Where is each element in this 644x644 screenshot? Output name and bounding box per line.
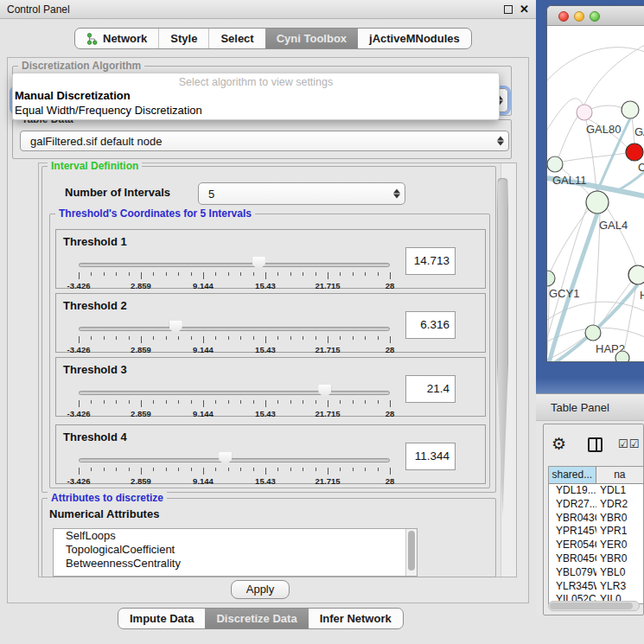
threshold-1-label: Threshold 1 (63, 235, 127, 248)
list-scrollbar[interactable] (405, 529, 417, 576)
cell-name[interactable]: YLR3 (596, 580, 643, 594)
table-row[interactable]: YER054CYER0 (549, 539, 643, 552)
list-item[interactable]: TopologicalCoefficient (54, 543, 417, 557)
popup-option-manual-discretization[interactable]: Manual Discretization (13, 88, 499, 103)
tab-select[interactable]: Select (208, 29, 265, 48)
network-node-HAP2[interactable] (585, 325, 601, 341)
slider-track[interactable] (79, 391, 390, 395)
cell-name[interactable]: YER0 (596, 539, 643, 552)
table-data-value: galFiltered.sif default node (30, 135, 162, 148)
cell-name[interactable]: YPR1 (596, 525, 643, 539)
cell-shared-name[interactable]: YDL19... (549, 484, 596, 498)
table-horizontal-scrollbar-thumb[interactable] (550, 603, 633, 609)
gear-icon[interactable]: ⚙ (552, 435, 566, 454)
network-node[interactable] (615, 351, 629, 362)
network-node-label: GA (634, 125, 644, 138)
column-header-name[interactable]: na (596, 467, 643, 483)
tab-style[interactable]: Style (158, 29, 208, 48)
list-item[interactable]: SelfLoops (54, 529, 417, 543)
vertical-scrollbar[interactable] (501, 163, 516, 577)
tab-discretize-data[interactable]: Discretize Data (205, 609, 308, 628)
control-panel: Control Panel ✕ Network Style Select Cyn… (0, 0, 536, 644)
cell-name[interactable]: YBR0 (596, 512, 643, 526)
numerical-attributes-list[interactable]: SelfLoops TopologicalCoefficient Between… (53, 528, 418, 577)
cell-shared-name[interactable]: YBR043C (549, 512, 596, 526)
zoom-traffic-light-icon[interactable] (590, 11, 600, 22)
network-node-label: GAL80 (586, 123, 621, 136)
table-row[interactable]: YBR043CYBR0 (549, 512, 643, 526)
threshold-1-slider[interactable]: -3.4262.8599.14415.4321.71528 (79, 254, 390, 289)
tab-cyni-toolbox[interactable]: Cyni Toolbox (265, 29, 358, 48)
table-row[interactable]: YDL19...YDL1 (549, 484, 643, 498)
table-row[interactable]: YDR27...YDR2 (549, 498, 643, 512)
threshold-2-slider[interactable]: -3.4262.8599.14415.4321.71528 (79, 318, 390, 353)
close-icon[interactable]: ✕ (520, 3, 529, 16)
network-window-titlebar[interactable] (547, 6, 644, 26)
table-row[interactable]: YPR145WYPR1 (549, 525, 643, 539)
threshold-3-value-field[interactable]: 21.4 (405, 375, 456, 403)
slider-ticks (79, 468, 390, 475)
cell-shared-name[interactable]: YDR27... (549, 498, 596, 512)
threshold-3-slider[interactable]: -3.4262.8599.14415.4321.71528 (79, 382, 390, 417)
threshold-4-value-field[interactable]: 11.344 (405, 443, 456, 470)
checked-checkbox-icon[interactable]: ☑ (629, 437, 641, 450)
network-node-GAL80[interactable] (577, 105, 592, 120)
number-of-intervals-combobox[interactable]: 5 (198, 182, 405, 205)
tab-infer-network[interactable]: Infer Network (309, 609, 403, 628)
table-horizontal-scrollbar[interactable] (548, 601, 640, 611)
network-node-label: H (640, 289, 644, 302)
slider-thumb[interactable] (318, 385, 331, 399)
network-node-H[interactable] (628, 265, 644, 284)
tab-jactivemnodules[interactable]: jActiveMNodules (358, 29, 471, 48)
network-node-GAL4[interactable] (586, 191, 609, 214)
tab-impute-data[interactable]: Impute Data (118, 609, 205, 628)
slider-thumb[interactable] (219, 452, 232, 466)
tab-jactivemnodules-label: jActiveMNodules (369, 32, 460, 45)
slider-thumb[interactable] (169, 321, 182, 335)
table-panel-title: Table Panel (551, 401, 609, 414)
checkbox-icons[interactable]: ☑☑ (618, 437, 640, 450)
list-item[interactable]: BetweennessCentrality (54, 557, 417, 571)
cell-shared-name[interactable]: YBL079W (549, 566, 596, 580)
node-table[interactable]: shared... na YDL19...YDL1 YDR27...YDR2 Y… (548, 466, 643, 604)
cell-shared-name[interactable]: YBR045C (549, 552, 596, 566)
network-node-GA[interactable] (622, 101, 639, 118)
slider-track[interactable] (79, 263, 390, 267)
network-node-GAL11[interactable] (547, 156, 563, 172)
popup-option-equal-width-frequency[interactable]: Equal Width/Frequency Discretization (13, 103, 499, 118)
cell-shared-name[interactable]: YLR345W (549, 580, 596, 594)
table-row[interactable]: YLR345WYLR3 (549, 580, 643, 594)
column-layout-icon[interactable] (588, 437, 603, 452)
cell-name[interactable]: YBL0 (596, 566, 643, 580)
slider-track[interactable] (79, 327, 390, 331)
network-icon (86, 33, 98, 45)
threshold-2-label: Threshold 2 (63, 299, 127, 312)
cell-name[interactable]: YDL1 (596, 484, 643, 498)
popup-hint: Select algorithm to view settings (13, 73, 499, 88)
apply-button[interactable]: Apply (231, 580, 290, 599)
cell-name[interactable]: YBR0 (596, 552, 643, 566)
slider-track[interactable] (79, 458, 390, 462)
cell-shared-name[interactable]: YER054C (549, 539, 596, 552)
table-data-group: Table Data galFiltered.sif default node (12, 119, 512, 159)
column-header-shared-name[interactable]: shared... (549, 467, 596, 483)
threshold-2-value-field[interactable]: 6.316 (405, 311, 456, 339)
network-node-GCY1[interactable] (547, 271, 555, 286)
close-traffic-light-icon[interactable] (558, 11, 569, 22)
threshold-4-slider[interactable]: -3.4262.8599.14415.4321.71528 (79, 450, 390, 484)
list-scrollbar-thumb[interactable] (408, 531, 415, 571)
table-data-combobox[interactable]: galFiltered.sif default node (20, 131, 509, 151)
cell-name[interactable]: YDR2 (596, 498, 643, 512)
tab-network[interactable]: Network (75, 29, 158, 48)
checked-checkbox-icon[interactable]: ☑ (618, 437, 629, 450)
table-row[interactable]: YBR045CYBR0 (549, 552, 643, 566)
threshold-1-value-field[interactable]: 14.713 (405, 247, 456, 275)
slider-thumb[interactable] (252, 257, 265, 271)
cell-shared-name[interactable]: YPR145W (549, 525, 596, 539)
float-window-icon[interactable] (504, 5, 513, 14)
network-node-C[interactable] (626, 143, 643, 161)
table-row[interactable]: YBL079WYBL0 (549, 566, 643, 580)
network-canvas[interactable]: GAL80GACGAL11GAL4GCY1HHAP2 (547, 26, 644, 362)
combo-arrows-icon (497, 137, 504, 146)
minimize-traffic-light-icon[interactable] (574, 11, 584, 22)
